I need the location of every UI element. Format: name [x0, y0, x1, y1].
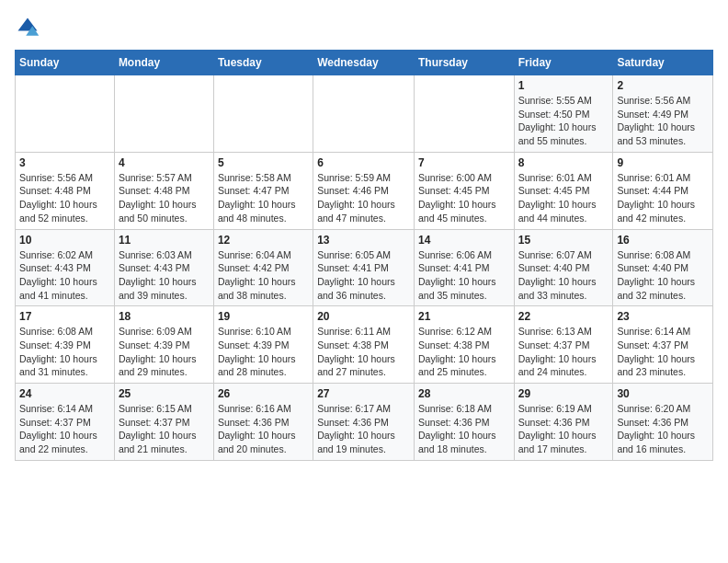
day-info: Sunrise: 6:00 AM Sunset: 4:45 PM Dayligh…: [418, 171, 510, 225]
calendar-cell: 26Sunrise: 6:16 AM Sunset: 4:36 PM Dayli…: [213, 384, 313, 461]
calendar-cell: 19Sunrise: 6:10 AM Sunset: 4:39 PM Dayli…: [213, 306, 313, 384]
day-number: 14: [418, 234, 510, 247]
calendar-cell: 27Sunrise: 6:17 AM Sunset: 4:36 PM Dayli…: [313, 384, 415, 461]
calendar-cell: 30Sunrise: 6:20 AM Sunset: 4:36 PM Dayli…: [613, 384, 713, 461]
day-number: 27: [317, 387, 410, 400]
day-info: Sunrise: 6:01 AM Sunset: 4:45 PM Dayligh…: [518, 171, 609, 225]
calendar-header-row: SundayMondayTuesdayWednesdayThursdayFrid…: [16, 51, 713, 75]
day-info: Sunrise: 6:09 AM Sunset: 4:39 PM Dayligh…: [119, 325, 210, 379]
calendar-cell: 17Sunrise: 6:08 AM Sunset: 4:39 PM Dayli…: [16, 306, 115, 384]
day-info: Sunrise: 6:14 AM Sunset: 4:37 PM Dayligh…: [617, 325, 709, 379]
day-number: 3: [19, 156, 110, 169]
calendar-cell: 11Sunrise: 6:03 AM Sunset: 4:43 PM Dayli…: [114, 229, 213, 306]
logo: [15, 15, 44, 40]
day-number: 1: [518, 79, 609, 92]
column-header-sunday: Sunday: [16, 51, 115, 75]
calendar-cell: 16Sunrise: 6:08 AM Sunset: 4:40 PM Dayli…: [613, 229, 713, 306]
day-info: Sunrise: 6:08 AM Sunset: 4:39 PM Dayligh…: [19, 325, 110, 379]
logo-icon: [15, 15, 40, 40]
day-info: Sunrise: 5:56 AM Sunset: 4:48 PM Dayligh…: [19, 171, 110, 225]
calendar-cell: 6Sunrise: 5:59 AM Sunset: 4:46 PM Daylig…: [313, 152, 415, 229]
column-header-saturday: Saturday: [613, 51, 713, 75]
day-number: 15: [518, 234, 609, 247]
day-number: 8: [518, 156, 609, 169]
calendar-cell: [414, 75, 514, 153]
day-number: 2: [617, 79, 709, 92]
day-number: 13: [317, 234, 410, 247]
day-info: Sunrise: 6:14 AM Sunset: 4:37 PM Dayligh…: [19, 402, 110, 456]
day-number: 17: [19, 310, 110, 323]
page-header: [15, 15, 713, 40]
day-number: 28: [418, 387, 510, 400]
calendar-cell: 4Sunrise: 5:57 AM Sunset: 4:48 PM Daylig…: [114, 152, 213, 229]
calendar-cell: 20Sunrise: 6:11 AM Sunset: 4:38 PM Dayli…: [313, 306, 415, 384]
day-number: 24: [19, 387, 110, 400]
day-info: Sunrise: 6:05 AM Sunset: 4:41 PM Dayligh…: [317, 248, 410, 303]
calendar-cell: 1Sunrise: 5:55 AM Sunset: 4:50 PM Daylig…: [514, 75, 613, 153]
day-info: Sunrise: 6:12 AM Sunset: 4:38 PM Dayligh…: [418, 325, 510, 379]
column-header-tuesday: Tuesday: [213, 51, 313, 75]
calendar-cell: [313, 75, 415, 153]
day-number: 30: [617, 387, 709, 400]
calendar-cell: 14Sunrise: 6:06 AM Sunset: 4:41 PM Dayli…: [414, 229, 514, 306]
day-number: 11: [119, 234, 210, 247]
day-number: 19: [218, 310, 309, 323]
day-info: Sunrise: 6:01 AM Sunset: 4:44 PM Dayligh…: [617, 171, 709, 225]
calendar-cell: [213, 75, 313, 153]
day-info: Sunrise: 6:08 AM Sunset: 4:40 PM Dayligh…: [617, 248, 709, 303]
calendar-cell: 12Sunrise: 6:04 AM Sunset: 4:42 PM Dayli…: [213, 229, 313, 306]
day-info: Sunrise: 6:19 AM Sunset: 4:36 PM Dayligh…: [518, 402, 609, 456]
day-info: Sunrise: 6:17 AM Sunset: 4:36 PM Dayligh…: [317, 402, 410, 456]
column-header-friday: Friday: [514, 51, 613, 75]
calendar-cell: 15Sunrise: 6:07 AM Sunset: 4:40 PM Dayli…: [514, 229, 613, 306]
day-info: Sunrise: 5:59 AM Sunset: 4:46 PM Dayligh…: [317, 171, 410, 225]
column-header-thursday: Thursday: [414, 51, 514, 75]
day-info: Sunrise: 6:02 AM Sunset: 4:43 PM Dayligh…: [19, 248, 110, 303]
calendar-cell: [114, 75, 213, 153]
calendar-week-2: 3Sunrise: 5:56 AM Sunset: 4:48 PM Daylig…: [16, 152, 713, 229]
calendar-cell: 2Sunrise: 5:56 AM Sunset: 4:49 PM Daylig…: [613, 75, 713, 153]
day-number: 20: [317, 310, 410, 323]
calendar-cell: 3Sunrise: 5:56 AM Sunset: 4:48 PM Daylig…: [16, 152, 115, 229]
day-number: 25: [119, 387, 210, 400]
day-number: 22: [518, 310, 609, 323]
day-number: 12: [218, 234, 309, 247]
calendar-cell: 5Sunrise: 5:58 AM Sunset: 4:47 PM Daylig…: [213, 152, 313, 229]
day-info: Sunrise: 6:16 AM Sunset: 4:36 PM Dayligh…: [218, 402, 309, 456]
day-info: Sunrise: 6:04 AM Sunset: 4:42 PM Dayligh…: [218, 248, 309, 303]
day-number: 21: [418, 310, 510, 323]
day-info: Sunrise: 6:18 AM Sunset: 4:36 PM Dayligh…: [418, 402, 510, 456]
day-info: Sunrise: 6:13 AM Sunset: 4:37 PM Dayligh…: [518, 325, 609, 379]
calendar-cell: 28Sunrise: 6:18 AM Sunset: 4:36 PM Dayli…: [414, 384, 514, 461]
day-info: Sunrise: 5:55 AM Sunset: 4:50 PM Dayligh…: [518, 94, 609, 148]
calendar-cell: 7Sunrise: 6:00 AM Sunset: 4:45 PM Daylig…: [414, 152, 514, 229]
day-info: Sunrise: 5:58 AM Sunset: 4:47 PM Dayligh…: [218, 171, 309, 225]
day-info: Sunrise: 5:56 AM Sunset: 4:49 PM Dayligh…: [617, 94, 709, 148]
day-number: 16: [617, 234, 709, 247]
day-number: 10: [19, 234, 110, 247]
day-number: 7: [418, 156, 510, 169]
calendar-cell: 29Sunrise: 6:19 AM Sunset: 4:36 PM Dayli…: [514, 384, 613, 461]
calendar-cell: [16, 75, 115, 153]
day-number: 18: [119, 310, 210, 323]
column-header-wednesday: Wednesday: [313, 51, 415, 75]
calendar-table: SundayMondayTuesdayWednesdayThursdayFrid…: [15, 50, 713, 461]
calendar-cell: 21Sunrise: 6:12 AM Sunset: 4:38 PM Dayli…: [414, 306, 514, 384]
calendar-cell: 22Sunrise: 6:13 AM Sunset: 4:37 PM Dayli…: [514, 306, 613, 384]
calendar-week-5: 24Sunrise: 6:14 AM Sunset: 4:37 PM Dayli…: [16, 384, 713, 461]
calendar-cell: 24Sunrise: 6:14 AM Sunset: 4:37 PM Dayli…: [16, 384, 115, 461]
day-number: 9: [617, 156, 709, 169]
day-number: 29: [518, 387, 609, 400]
day-number: 6: [317, 156, 410, 169]
calendar-week-4: 17Sunrise: 6:08 AM Sunset: 4:39 PM Dayli…: [16, 306, 713, 384]
day-info: Sunrise: 6:20 AM Sunset: 4:36 PM Dayligh…: [617, 402, 709, 456]
day-info: Sunrise: 5:57 AM Sunset: 4:48 PM Dayligh…: [119, 171, 210, 225]
calendar-cell: 23Sunrise: 6:14 AM Sunset: 4:37 PM Dayli…: [613, 306, 713, 384]
day-info: Sunrise: 6:11 AM Sunset: 4:38 PM Dayligh…: [317, 325, 410, 379]
calendar-cell: 10Sunrise: 6:02 AM Sunset: 4:43 PM Dayli…: [16, 229, 115, 306]
calendar-cell: 13Sunrise: 6:05 AM Sunset: 4:41 PM Dayli…: [313, 229, 415, 306]
day-number: 4: [119, 156, 210, 169]
day-number: 5: [218, 156, 309, 169]
day-number: 23: [617, 310, 709, 323]
day-info: Sunrise: 6:06 AM Sunset: 4:41 PM Dayligh…: [418, 248, 510, 303]
